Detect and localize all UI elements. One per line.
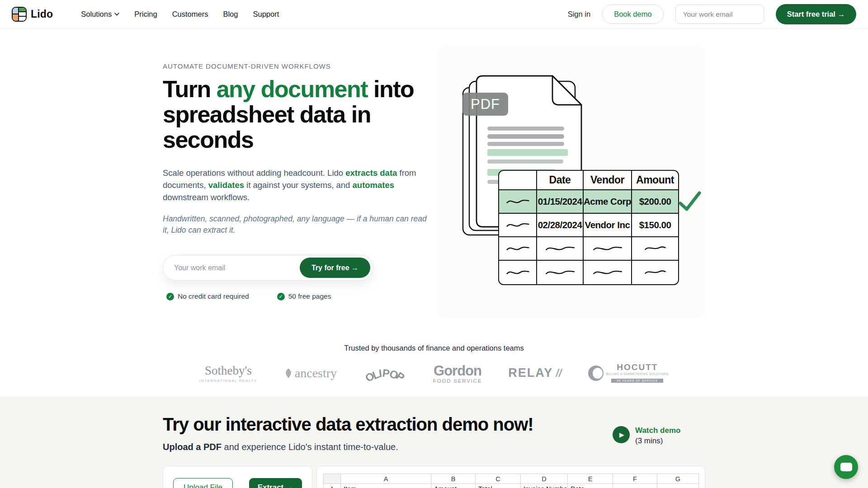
sheet-cell[interactable]: Invoice Number — [521, 484, 568, 488]
validation-check-icon — [678, 190, 702, 213]
sheet-cell[interactable] — [613, 484, 657, 488]
sheet-col-header[interactable]: B — [431, 474, 476, 484]
hero-section: AUTOMATE DOCUMENT-DRIVEN WORKFLOWS Turn … — [163, 29, 705, 318]
lido-logo-icon — [12, 7, 27, 22]
table-row — [499, 261, 678, 284]
chat-bubble-icon — [840, 463, 852, 471]
sheet-col-header[interactable]: C — [476, 474, 521, 484]
nav-blog[interactable]: Blog — [223, 10, 238, 19]
sheet-cell[interactable]: Item — [341, 484, 431, 488]
sheet-row-number[interactable]: 1 — [324, 484, 341, 488]
chat-widget-button[interactable] — [834, 455, 858, 479]
extracted-data-table: Date Vendor Amount 01/15/2024 Acme Corp … — [498, 170, 679, 285]
check-icon: ✓ — [277, 293, 285, 300]
check-icon: ✓ — [166, 293, 174, 300]
logo-relay: RELAY // — [508, 366, 561, 380]
book-demo-button[interactable]: Book demo — [602, 5, 663, 24]
lido-logo[interactable]: Lido — [12, 7, 53, 22]
sheet-cell[interactable] — [657, 484, 699, 488]
nav-pricing[interactable]: Pricing — [134, 10, 157, 19]
brand-name: Lido — [31, 8, 53, 20]
sign-in-link[interactable]: Sign in — [568, 10, 590, 19]
upload-card: Upload File Extract → — [163, 466, 312, 488]
nav-customers[interactable]: Customers — [172, 10, 208, 19]
squiggle-placeholder — [543, 244, 577, 253]
table-row: 01/15/2024 Acme Corp $200.00 — [499, 190, 678, 214]
sheet-col-header[interactable]: F — [613, 474, 657, 484]
top-navigation-bar: Lido Solutions Pricing Customers Blog Su… — [0, 0, 868, 29]
upload-file-button[interactable]: Upload File — [173, 478, 233, 488]
sheet-col-header[interactable]: E — [568, 474, 613, 484]
sheet-col-header[interactable]: G — [657, 474, 699, 484]
trusted-caption: Trusted by thousands of finance and oper… — [163, 344, 705, 352]
play-demo-button[interactable]: ▶ — [613, 426, 630, 443]
ancestry-leaf-icon — [283, 368, 293, 379]
logo-olipop: OLIPOP — [363, 367, 407, 380]
hero-tagline: Handwritten, scanned, photographed, any … — [163, 213, 427, 236]
demo-subtitle: Upload a PDF and experience Lido's insta… — [163, 442, 533, 452]
sheet-cell[interactable]: Total — [476, 484, 521, 488]
squiggle-placeholder — [591, 268, 624, 277]
squiggle-placeholder — [642, 268, 668, 277]
benefit-no-credit-card: ✓ No credit card required — [166, 292, 249, 300]
hocutt-globe-icon — [588, 366, 604, 381]
interactive-demo-section: Try our interactive data extraction demo… — [0, 396, 868, 488]
logo-sothebys: Sotheby's INTERNATIONAL REALTY — [199, 364, 257, 383]
sheet-col-header[interactable]: A — [341, 474, 431, 484]
start-free-trial-button[interactable]: Start free trial → — [776, 4, 856, 24]
chevron-down-icon — [114, 13, 119, 16]
hero-paragraph: Scale operations without adding headcoun… — [163, 167, 429, 203]
spreadsheet-grid[interactable]: A B C D E F G 1 Item Amount Total Invoic… — [323, 474, 699, 488]
main-nav: Solutions Pricing Customers Blog Support — [81, 10, 279, 19]
sheet-col-header[interactable]: D — [521, 474, 568, 484]
try-for-free-button[interactable]: Try for free → — [300, 258, 370, 278]
benefit-free-pages: ✓ 50 free pages — [277, 292, 331, 300]
pdf-extraction-illustration: PDF Date Vendor Amount 01/15/2024 Acme C… — [438, 46, 705, 318]
squiggle-placeholder — [543, 268, 577, 277]
hero-email-form: Try for free → — [163, 255, 373, 281]
extract-button[interactable]: Extract → — [249, 478, 302, 488]
watch-demo-duration: (3 mins) — [635, 436, 680, 446]
spreadsheet-card: A B C D E F G 1 Item Amount Total Invoic… — [316, 466, 705, 488]
hero-title: Turn any document into spreadsheet data … — [163, 76, 434, 152]
nav-solutions[interactable]: Solutions — [81, 10, 119, 19]
sheet-cell[interactable]: Date — [568, 484, 613, 488]
doc-table-corner — [499, 171, 537, 190]
logo-ancestry: ancestry — [283, 366, 337, 380]
squiggle-placeholder — [505, 268, 531, 277]
trusted-by-section: Trusted by thousands of finance and oper… — [163, 344, 705, 384]
table-row: 02/28/2024 Vendor Inc $150.00 — [499, 214, 678, 237]
sheet-corner-cell[interactable] — [324, 474, 341, 484]
table-row — [499, 237, 678, 261]
demo-title: Try our interactive data extraction demo… — [163, 414, 533, 435]
watch-demo: ▶ Watch demo (3 mins) — [613, 426, 705, 446]
pdf-badge: PDF — [462, 93, 508, 116]
squiggle-placeholder — [505, 221, 531, 230]
nav-support[interactable]: Support — [253, 10, 279, 19]
doc-table-header-vendor: Vendor — [584, 171, 632, 190]
watch-demo-link[interactable]: Watch demo — [635, 426, 680, 435]
hero-email-input[interactable] — [166, 264, 300, 272]
hero-title-highlight: any document — [217, 76, 368, 102]
squiggle-placeholder — [505, 197, 531, 206]
squiggle-placeholder — [642, 244, 668, 253]
logo-hocutt: HOCUTT BILLING & SUBMETERING SOLUTIONS ·… — [588, 362, 669, 384]
sheet-cell[interactable]: Amount — [431, 484, 476, 488]
squiggle-placeholder — [505, 244, 531, 253]
header-email-input[interactable] — [675, 5, 764, 24]
hero-eyebrow: AUTOMATE DOCUMENT-DRIVEN WORKFLOWS — [163, 62, 434, 70]
logo-gordon: Gordon FOOD SERVICE — [433, 363, 482, 384]
squiggle-placeholder — [591, 244, 624, 253]
doc-table-header-amount: Amount — [632, 171, 678, 190]
doc-table-header-date: Date — [537, 171, 584, 190]
